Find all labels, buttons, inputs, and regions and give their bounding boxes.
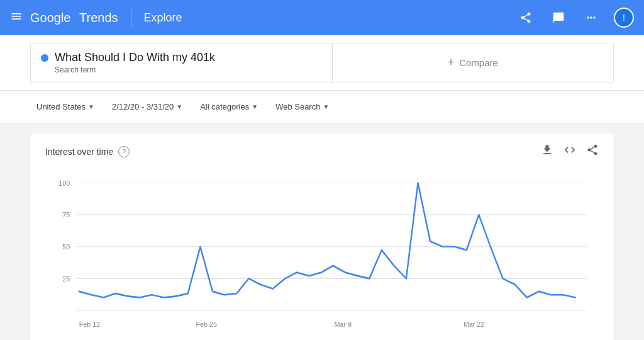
search-type-label: Web Search <box>275 102 320 111</box>
svg-text:Mar 22: Mar 22 <box>464 320 484 328</box>
header: Google Trends Explore ! <box>0 0 644 35</box>
trend-chart-svg: 100 75 50 25 Feb 12 Feb 25 Mar 9 Mar 22 <box>45 169 599 340</box>
header-icons: ! <box>516 8 634 28</box>
filter-bar: United States ▼ 2/12/20 - 3/31/20 ▼ All … <box>0 91 644 123</box>
categories-filter[interactable]: All categories ▼ <box>194 98 264 115</box>
search-term-text: What Should I Do With my 401k <box>55 51 215 64</box>
logo-trends: Trends <box>79 11 118 25</box>
chart-title-area: Interest over time ? <box>45 146 130 157</box>
chart-title: Interest over time <box>45 147 113 157</box>
search-type-chevron-icon: ▼ <box>323 103 329 110</box>
chart-area: 100 75 50 25 Feb 12 Feb 25 Mar 9 Mar 22 <box>45 169 599 340</box>
svg-text:100: 100 <box>58 179 70 187</box>
share-button[interactable] <box>516 8 536 28</box>
header-explore: Explore <box>144 11 182 25</box>
svg-text:50: 50 <box>62 243 70 251</box>
chart-card: Interest over time ? <box>30 133 614 340</box>
categories-chevron-icon: ▼ <box>252 103 258 110</box>
logo-google: Google <box>30 11 71 25</box>
date-chevron-icon: ▼ <box>176 103 182 110</box>
search-type-filter[interactable]: Web Search ▼ <box>269 98 335 115</box>
embed-icon[interactable] <box>564 144 576 159</box>
svg-text:Feb 12: Feb 12 <box>79 320 100 328</box>
main-content: Interest over time ? <box>0 123 644 340</box>
header-logo: Google Trends <box>30 11 118 25</box>
search-term-dot <box>41 54 48 62</box>
notification-button[interactable] <box>548 8 569 28</box>
search-bar-container: What Should I Do With my 401k Search ter… <box>0 35 644 91</box>
compare-box[interactable]: + Compare <box>333 43 614 82</box>
region-filter[interactable]: United States ▼ <box>30 98 101 115</box>
compare-label: Compare <box>459 57 498 68</box>
help-icon[interactable]: ? <box>118 146 130 157</box>
share-chart-icon[interactable] <box>586 144 599 159</box>
region-label: United States <box>36 102 86 111</box>
svg-text:Feb 25: Feb 25 <box>196 320 217 328</box>
svg-text:25: 25 <box>62 275 70 283</box>
categories-label: All categories <box>200 102 249 111</box>
region-chevron-icon: ▼ <box>88 103 94 110</box>
svg-text:75: 75 <box>62 211 70 219</box>
user-avatar[interactable]: ! <box>614 8 634 28</box>
menu-icon[interactable] <box>10 10 23 26</box>
search-term-box[interactable]: What Should I Do With my 401k Search ter… <box>31 43 333 82</box>
date-label: 2/12/20 - 3/31/20 <box>112 102 174 111</box>
chart-header: Interest over time ? <box>45 144 599 159</box>
compare-plus-icon: + <box>448 56 455 69</box>
header-divider <box>131 9 131 26</box>
date-filter[interactable]: 2/12/20 - 3/31/20 ▼ <box>106 98 189 115</box>
search-term-label: Search term <box>41 65 322 74</box>
download-icon[interactable] <box>541 144 553 159</box>
search-term-header: What Should I Do With my 401k <box>41 51 322 64</box>
svg-text:Mar 9: Mar 9 <box>335 320 352 328</box>
search-bar: What Should I Do With my 401k Search ter… <box>30 43 614 82</box>
chart-actions <box>541 144 599 159</box>
apps-button[interactable] <box>581 8 601 28</box>
